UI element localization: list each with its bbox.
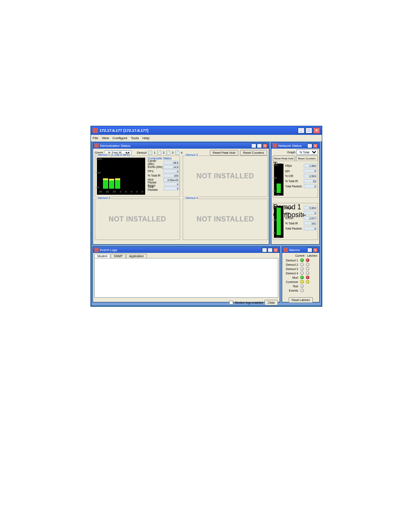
panel-icon [94, 143, 99, 148]
led-latched [306, 276, 309, 279]
d1c-xval: 101 [276, 236, 280, 239]
tab-modem[interactable]: Modem [94, 254, 110, 258]
tx-xval: 33 [277, 194, 280, 196]
demod-4-not-installed: NOT INSTALLED [183, 199, 268, 240]
demod-2-legend: Demod 2 [185, 153, 199, 156]
minimize-button[interactable]: _ [298, 128, 305, 134]
panel-close[interactable]: X [273, 248, 278, 252]
panel-minimize[interactable]: _ [307, 248, 312, 252]
alm-panel-title: Alarms [289, 248, 300, 252]
alm-hdr-current: Current [295, 254, 305, 257]
menu-file[interactable]: File [93, 136, 98, 140]
reset-peak-hold-button[interactable]: Reset Peak Hold [210, 150, 239, 156]
demod-2-not-installed: NOT INSTALLED [183, 156, 268, 196]
demod-check-4[interactable]: ✓ [175, 151, 179, 155]
panel-close[interactable]: X [313, 248, 318, 252]
cs-k-6: Total Packets [148, 185, 164, 191]
maximize-button[interactable]: □ [305, 128, 312, 134]
tab-snmp[interactable]: SNMP [111, 254, 125, 258]
led-current [300, 271, 304, 275]
demod-1-xaxis: 3433 340 00 00 [97, 190, 145, 193]
menu-help[interactable]: Help [142, 136, 149, 140]
reset-latched-button[interactable]: Reset Latched [289, 297, 313, 303]
cs-k-3: % Total IR [148, 174, 161, 177]
alarm-label: Demod 3 [284, 268, 298, 271]
alm-hdr-latched: Latched [307, 254, 317, 257]
titlebar[interactable]: 172.17.6.177 (172.17.6.177) _ □ X [91, 126, 322, 135]
modem-logs-checkbox[interactable] [229, 301, 233, 305]
reset-counters-button[interactable]: Reset Counters [240, 150, 267, 156]
led-current [300, 258, 304, 262]
app-icon [93, 128, 98, 133]
net-graph-label: Graph [287, 151, 296, 154]
panel-maximize[interactable]: □ [257, 143, 262, 148]
alarm-label: Common [284, 280, 298, 283]
demod1-composite-fieldset: Demod 1 Composite 101 100% 50% 0% KBps5,… [273, 203, 318, 240]
menu-tools[interactable]: Tools [131, 136, 139, 140]
led-current [300, 276, 304, 279]
menu-configure[interactable]: Configure [112, 136, 128, 140]
alarm-row: Common [284, 280, 317, 284]
cs-v-4: 0.00e+00 [163, 178, 180, 182]
modem-logs-label: Modem logs enabled [235, 301, 263, 304]
led-latched [306, 263, 309, 266]
demod-check-1[interactable]: ✓ [148, 151, 152, 155]
alarm-row: Events [284, 288, 317, 292]
ylab-100: 100% [96, 158, 102, 160]
net-panel-titlebar[interactable]: Network Status _ X [271, 143, 319, 149]
demod-check-2[interactable]: ✓ [157, 151, 161, 155]
panel-close[interactable]: X [262, 143, 268, 148]
alarm-row: Demod 3 [284, 267, 317, 271]
alarm-label: Events [284, 289, 298, 292]
panel-minimize[interactable]: _ [262, 248, 267, 252]
alarm-label: Mod [284, 276, 298, 279]
menubar: File View Configure Tools Help [91, 135, 322, 141]
demod-4-fieldset: Demod 4 NOT INSTALLED [183, 199, 268, 240]
demod-check-3[interactable]: ✓ [166, 151, 170, 155]
alarm-row: Demod 2 [284, 262, 317, 267]
tx-chart: 33 100% 50% 0% [274, 164, 283, 196]
panel-minimize[interactable]: _ [251, 143, 256, 148]
cs-v-5: 0 [164, 182, 180, 186]
led-latched [306, 280, 309, 283]
demod-1-fieldset: Demod 1 (1,100.0 MHz) 100% 50% 0% 3433 3… [95, 156, 180, 197]
d1c-stats: KBps5,954 pps0 % CIR2,577 % Total IR101 … [285, 205, 317, 231]
panel-close[interactable]: X [313, 143, 318, 148]
composite-status: Composite Status Carrier (Min)-48.5 Eb/N… [148, 157, 180, 190]
led-current [300, 280, 304, 283]
tx-stats: KBps1,966 pps0 % CIR2,553 % Total IR33 T… [285, 163, 317, 189]
demod-2-fieldset: Demod 2 NOT INSTALLED [183, 156, 268, 197]
cs-v-6: 0 [164, 187, 180, 190]
cs-k-2: PPS [148, 170, 153, 173]
panel-maximize[interactable]: □ [268, 248, 273, 252]
evt-panel-titlebar[interactable]: Event Logs _ □ X [93, 247, 280, 253]
menu-view[interactable]: View [102, 136, 109, 140]
alarm-row: Mod [284, 275, 317, 280]
net-panel-title: Network Status [278, 144, 302, 148]
alarm-row: Demod 4 [284, 271, 317, 275]
demod-1-chart: 100% 50% 0% 3433 340 00 00 [97, 158, 145, 195]
net-graph-select[interactable]: % Total IR [296, 149, 318, 155]
cb-label-2: 2 [163, 151, 165, 154]
network-status-panel: Network Status _ X Graph % Total IR Rese… [271, 142, 320, 245]
led-current [300, 267, 304, 271]
led-current [300, 263, 304, 266]
log-body[interactable] [94, 258, 278, 298]
led-current [300, 289, 304, 292]
panel-icon [94, 248, 99, 252]
clear-button[interactable]: Clear [265, 300, 278, 305]
alarm-label: Demod 2 [284, 263, 298, 266]
close-button[interactable]: X [313, 128, 320, 134]
demod-4-legend: Demod 4 [185, 196, 199, 199]
cb-label-3: 3 [172, 151, 174, 154]
cs-v-1: 14.8 [163, 165, 180, 169]
demod-panel-titlebar[interactable]: Demodulator Status _ □ X [93, 143, 269, 149]
demodulator-status-panel: Demodulator Status _ □ X Graph % Total I… [93, 142, 269, 245]
led-current [300, 284, 304, 288]
panel-icon [273, 143, 277, 148]
cs-v-3: 100 [163, 174, 180, 177]
demod-3-fieldset: Demod 3 NOT INSTALLED [95, 199, 180, 240]
tab-application[interactable]: Application [126, 254, 147, 258]
alm-panel-titlebar[interactable]: Alarms _ X [282, 247, 319, 253]
panel-minimize[interactable]: _ [307, 143, 312, 148]
